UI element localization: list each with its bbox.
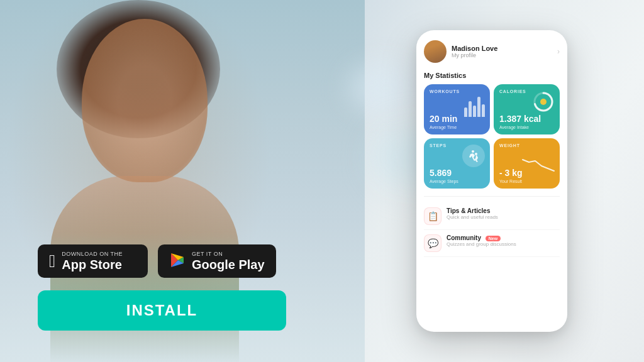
tips-title: Tips & Articles [447, 207, 498, 214]
bar-3 [473, 106, 476, 117]
phone-inner: Madison Love My profile › My Statistics … [416, 30, 567, 332]
workouts-sub: Average Time [430, 125, 457, 129]
profile-subtitle: My profile [452, 52, 497, 58]
statistics-grid: WORKOUTS 20 min Average Time [424, 84, 560, 189]
bar-4 [477, 97, 480, 117]
community-sub: Quizzes and group discussions [447, 241, 516, 247]
install-button[interactable]: INSTALL [38, 290, 286, 331]
bar-5 [482, 104, 485, 117]
weight-value: - 3 kg [499, 168, 523, 177]
list-section: 📋 Tips & Articles Quick and useful reads… [424, 196, 560, 257]
profile-name: Madison Love [452, 45, 497, 52]
phone-mockup: Madison Love My profile › My Statistics … [416, 30, 567, 332]
google-play-text: GET IT ON Google Play [192, 251, 265, 272]
community-title: Community New [447, 234, 516, 241]
steps-value: 5.869 [430, 168, 452, 177]
chevron-right-icon: › [557, 47, 560, 56]
weight-sub: Your Result [499, 179, 522, 184]
avatar [424, 40, 447, 63]
tips-sub: Quick and useful reads [447, 214, 498, 220]
tips-icon: 📋 [424, 207, 441, 225]
weight-card: WEIGHT - 3 kg Your Result [494, 138, 560, 189]
profile-section[interactable]: Madison Love My profile › [424, 40, 560, 63]
app-store-prefix: Download on the [62, 251, 123, 258]
right-content: Madison Love My profile › My Statistics … [352, 0, 644, 362]
list-item-community[interactable]: 💬 Community New Quizzes and group discus… [424, 230, 560, 257]
workouts-value: 20 min [430, 114, 457, 123]
community-icon: 💬 [424, 234, 441, 252]
store-buttons:  Download on the App Store [38, 244, 314, 278]
tips-text: Tips & Articles Quick and useful reads [447, 207, 498, 220]
weight-label: WEIGHT [499, 143, 554, 148]
profile-info: Madison Love My profile [424, 40, 497, 63]
calories-sub: Average Intake [499, 125, 529, 129]
weight-line-chart [521, 155, 556, 173]
steps-card: STEPS 5.869 Average Steps [424, 138, 490, 189]
google-play-prefix: GET IT ON [192, 251, 265, 258]
workouts-card: WORKOUTS 20 min Average Time [424, 84, 490, 134]
calories-value: 1.387 kcal [499, 114, 541, 123]
calories-card: CALORIES 1.387 kcal Average Intake [494, 84, 560, 134]
left-content:  Download on the App Store [0, 0, 352, 362]
app-store-button[interactable]:  Download on the App Store [38, 244, 148, 278]
workouts-bar-chart [464, 92, 485, 117]
google-play-button[interactable]: GET IT ON Google Play [158, 244, 276, 278]
list-item-tips[interactable]: 📋 Tips & Articles Quick and useful reads [424, 203, 560, 230]
google-play-name: Google Play [192, 258, 265, 272]
svg-point-3 [540, 99, 547, 105]
app-store-name: App Store [62, 258, 123, 272]
content-area:  Download on the App Store [0, 0, 644, 362]
profile-details: Madison Love My profile [452, 45, 497, 58]
community-text: Community New Quizzes and group discussi… [447, 234, 516, 247]
new-badge: New [486, 236, 501, 241]
steps-icon [462, 145, 485, 167]
steps-sub: Average Steps [430, 179, 458, 184]
apple-icon:  [49, 253, 55, 270]
app-store-text: Download on the App Store [62, 251, 123, 272]
statistics-title: My Statistics [424, 72, 560, 79]
calories-circle-chart [532, 90, 555, 113]
bar-1 [464, 107, 467, 117]
bar-2 [469, 101, 472, 117]
google-play-icon [169, 252, 186, 271]
